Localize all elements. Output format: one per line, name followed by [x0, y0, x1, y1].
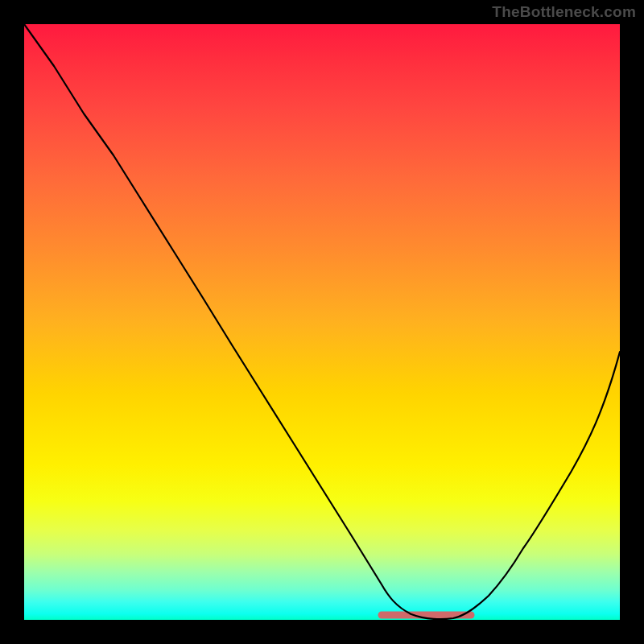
watermark-text: TheBottleneck.com: [492, 3, 636, 21]
plot-area: [24, 24, 620, 620]
bottleneck-curve: [24, 24, 620, 619]
chart-frame: TheBottleneck.com: [0, 0, 644, 644]
chart-svg: [24, 24, 620, 620]
